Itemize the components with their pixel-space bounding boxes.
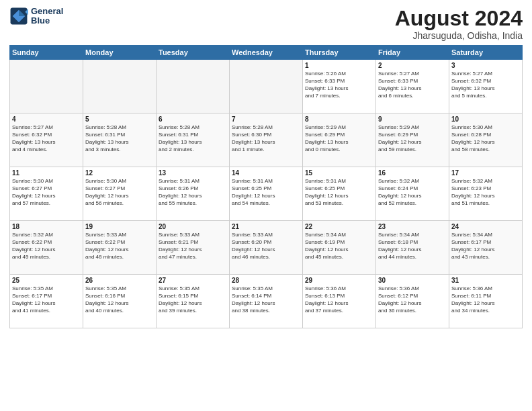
day-number: 21 — [232, 223, 300, 230]
day-info: Sunrise: 5:33 AM Sunset: 6:22 PM Dayligh… — [85, 232, 154, 261]
day-number: 16 — [378, 169, 447, 177]
day-cell: 11Sunrise: 5:30 AM Sunset: 6:27 PM Dayli… — [10, 167, 83, 221]
day-number: 24 — [451, 223, 520, 230]
day-cell: 2Sunrise: 5:27 AM Sunset: 6:33 PM Daylig… — [376, 60, 449, 113]
day-number: 4 — [12, 116, 81, 123]
logo-line2: Blue — [31, 16, 63, 26]
day-number: 5 — [85, 116, 154, 123]
day-info: Sunrise: 5:34 AM Sunset: 6:19 PM Dayligh… — [305, 232, 373, 261]
day-cell: 24Sunrise: 5:34 AM Sunset: 6:17 PM Dayli… — [449, 221, 523, 275]
day-cell: 28Sunrise: 5:35 AM Sunset: 6:14 PM Dayli… — [230, 275, 303, 328]
day-number: 15 — [305, 169, 373, 177]
day-number: 25 — [12, 277, 81, 284]
day-info: Sunrise: 5:29 AM Sunset: 6:29 PM Dayligh… — [305, 124, 373, 153]
day-info: Sunrise: 5:30 AM Sunset: 6:28 PM Dayligh… — [451, 124, 520, 153]
col-header-wednesday: Wednesday — [230, 46, 303, 60]
week-row-5: 25Sunrise: 5:35 AM Sunset: 6:17 PM Dayli… — [10, 275, 523, 328]
col-header-saturday: Saturday — [449, 46, 523, 60]
day-info: Sunrise: 5:32 AM Sunset: 6:22 PM Dayligh… — [12, 232, 81, 261]
day-info: Sunrise: 5:32 AM Sunset: 6:23 PM Dayligh… — [451, 178, 520, 207]
day-cell: 15Sunrise: 5:31 AM Sunset: 6:25 PM Dayli… — [303, 167, 376, 221]
col-header-friday: Friday — [376, 46, 449, 60]
day-info: Sunrise: 5:30 AM Sunset: 6:27 PM Dayligh… — [12, 178, 81, 207]
day-info: Sunrise: 5:35 AM Sunset: 6:16 PM Dayligh… — [85, 285, 154, 314]
day-info: Sunrise: 5:32 AM Sunset: 6:24 PM Dayligh… — [378, 178, 447, 207]
day-cell: 1Sunrise: 5:26 AM Sunset: 6:33 PM Daylig… — [303, 60, 376, 113]
col-header-tuesday: Tuesday — [157, 46, 230, 60]
day-cell: 21Sunrise: 5:33 AM Sunset: 6:20 PM Dayli… — [230, 221, 303, 275]
day-info: Sunrise: 5:34 AM Sunset: 6:17 PM Dayligh… — [451, 232, 520, 261]
day-number: 8 — [305, 116, 373, 123]
page-container: General Blue August 2024 Jharsuguda, Odi… — [0, 0, 532, 332]
day-info: Sunrise: 5:30 AM Sunset: 6:27 PM Dayligh… — [85, 178, 154, 207]
day-info: Sunrise: 5:36 AM Sunset: 6:13 PM Dayligh… — [305, 285, 373, 314]
col-header-sunday: Sunday — [10, 46, 83, 60]
day-cell: 8Sunrise: 5:29 AM Sunset: 6:29 PM Daylig… — [303, 113, 376, 167]
logo-line1: General — [31, 7, 63, 16]
day-cell: 22Sunrise: 5:34 AM Sunset: 6:19 PM Dayli… — [303, 221, 376, 275]
day-info: Sunrise: 5:29 AM Sunset: 6:29 PM Dayligh… — [378, 124, 447, 153]
day-info: Sunrise: 5:34 AM Sunset: 6:18 PM Dayligh… — [378, 232, 447, 261]
day-number: 30 — [378, 277, 447, 284]
logo-icon — [9, 7, 28, 26]
day-cell: 7Sunrise: 5:28 AM Sunset: 6:30 PM Daylig… — [230, 113, 303, 167]
day-info: Sunrise: 5:28 AM Sunset: 6:31 PM Dayligh… — [159, 124, 227, 153]
day-cell: 9Sunrise: 5:29 AM Sunset: 6:29 PM Daylig… — [376, 113, 449, 167]
day-cell — [157, 60, 230, 113]
week-row-4: 18Sunrise: 5:32 AM Sunset: 6:22 PM Dayli… — [10, 221, 523, 275]
day-number: 18 — [12, 223, 81, 230]
day-number: 17 — [451, 169, 520, 177]
day-info: Sunrise: 5:33 AM Sunset: 6:20 PM Dayligh… — [232, 232, 300, 261]
day-number: 7 — [232, 116, 300, 123]
day-number: 20 — [159, 223, 227, 230]
day-info: Sunrise: 5:35 AM Sunset: 6:17 PM Dayligh… — [12, 285, 81, 314]
logo-text: General Blue — [31, 7, 63, 26]
day-cell: 20Sunrise: 5:33 AM Sunset: 6:21 PM Dayli… — [157, 221, 230, 275]
day-number: 2 — [378, 62, 447, 69]
header: General Blue August 2024 Jharsuguda, Odi… — [9, 7, 523, 41]
day-cell: 6Sunrise: 5:28 AM Sunset: 6:31 PM Daylig… — [157, 113, 230, 167]
title-block: August 2024 Jharsuguda, Odisha, India — [395, 7, 523, 41]
day-info: Sunrise: 5:31 AM Sunset: 6:26 PM Dayligh… — [159, 178, 227, 207]
day-cell: 31Sunrise: 5:36 AM Sunset: 6:11 PM Dayli… — [449, 275, 523, 328]
day-cell: 18Sunrise: 5:32 AM Sunset: 6:22 PM Dayli… — [10, 221, 83, 275]
day-number: 22 — [305, 223, 373, 230]
day-number: 3 — [451, 62, 520, 69]
day-number: 31 — [451, 277, 520, 284]
subtitle: Jharsuguda, Odisha, India — [395, 30, 523, 41]
day-number: 27 — [159, 277, 227, 284]
day-cell: 29Sunrise: 5:36 AM Sunset: 6:13 PM Dayli… — [303, 275, 376, 328]
day-cell — [230, 60, 303, 113]
calendar-table: SundayMondayTuesdayWednesdayThursdayFrid… — [9, 45, 523, 328]
col-header-thursday: Thursday — [303, 46, 376, 60]
day-info: Sunrise: 5:27 AM Sunset: 6:32 PM Dayligh… — [451, 71, 520, 99]
day-number: 9 — [378, 116, 447, 123]
day-number: 13 — [159, 169, 227, 177]
day-cell: 4Sunrise: 5:27 AM Sunset: 6:32 PM Daylig… — [10, 113, 83, 167]
day-cell: 23Sunrise: 5:34 AM Sunset: 6:18 PM Dayli… — [376, 221, 449, 275]
day-number: 6 — [159, 116, 227, 123]
week-row-2: 4Sunrise: 5:27 AM Sunset: 6:32 PM Daylig… — [10, 113, 523, 167]
day-info: Sunrise: 5:27 AM Sunset: 6:33 PM Dayligh… — [378, 71, 447, 99]
day-number: 28 — [232, 277, 300, 284]
day-info: Sunrise: 5:28 AM Sunset: 6:30 PM Dayligh… — [232, 124, 300, 153]
logo: General Blue — [9, 7, 63, 26]
day-cell: 25Sunrise: 5:35 AM Sunset: 6:17 PM Dayli… — [10, 275, 83, 328]
day-info: Sunrise: 5:36 AM Sunset: 6:11 PM Dayligh… — [451, 285, 520, 314]
day-cell: 13Sunrise: 5:31 AM Sunset: 6:26 PM Dayli… — [157, 167, 230, 221]
day-info: Sunrise: 5:26 AM Sunset: 6:33 PM Dayligh… — [305, 71, 373, 99]
day-info: Sunrise: 5:36 AM Sunset: 6:12 PM Dayligh… — [378, 285, 447, 314]
day-cell: 12Sunrise: 5:30 AM Sunset: 6:27 PM Dayli… — [83, 167, 157, 221]
day-number: 26 — [85, 277, 154, 284]
week-row-3: 11Sunrise: 5:30 AM Sunset: 6:27 PM Dayli… — [10, 167, 523, 221]
day-info: Sunrise: 5:28 AM Sunset: 6:31 PM Dayligh… — [85, 124, 154, 153]
day-cell: 10Sunrise: 5:30 AM Sunset: 6:28 PM Dayli… — [449, 113, 523, 167]
day-info: Sunrise: 5:35 AM Sunset: 6:15 PM Dayligh… — [159, 285, 227, 314]
day-cell: 14Sunrise: 5:31 AM Sunset: 6:25 PM Dayli… — [230, 167, 303, 221]
col-header-monday: Monday — [83, 46, 157, 60]
main-title: August 2024 — [395, 7, 523, 30]
day-number: 29 — [305, 277, 373, 284]
day-cell: 27Sunrise: 5:35 AM Sunset: 6:15 PM Dayli… — [157, 275, 230, 328]
week-row-1: 1Sunrise: 5:26 AM Sunset: 6:33 PM Daylig… — [10, 60, 523, 113]
day-cell: 3Sunrise: 5:27 AM Sunset: 6:32 PM Daylig… — [449, 60, 523, 113]
